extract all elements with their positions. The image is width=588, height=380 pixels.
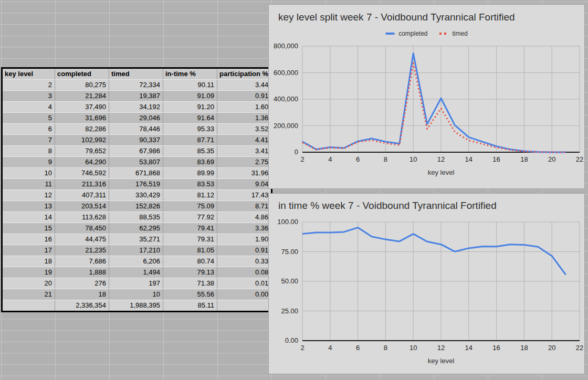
cell[interactable]: 81.05: [163, 245, 217, 256]
cell[interactable]: 6: [3, 124, 55, 135]
cell[interactable]: 3.44: [217, 80, 271, 91]
cell[interactable]: 9.04: [217, 179, 271, 190]
cell[interactable]: 18: [3, 256, 55, 267]
cell[interactable]: 89.99: [163, 168, 217, 179]
cell[interactable]: 3: [3, 91, 55, 102]
cell[interactable]: 85.35: [163, 146, 217, 157]
cell[interactable]: 0.33: [217, 256, 271, 267]
cell[interactable]: 152,826: [109, 201, 163, 212]
cell[interactable]: 671,868: [109, 168, 163, 179]
cell[interactable]: 29,046: [109, 113, 163, 124]
cell[interactable]: 3.41: [217, 146, 271, 157]
cell[interactable]: 85.11: [163, 300, 217, 311]
cell[interactable]: 81.12: [163, 190, 217, 201]
cell[interactable]: 746,592: [55, 168, 109, 179]
cell[interactable]: 67,986: [109, 146, 163, 157]
cell[interactable]: 31,696: [55, 113, 109, 124]
cell[interactable]: 3.36: [217, 223, 271, 234]
cell[interactable]: 19: [3, 267, 55, 278]
cell[interactable]: 0.00: [217, 289, 271, 300]
cell[interactable]: 0.01: [217, 278, 271, 289]
cell[interactable]: 37,490: [55, 102, 109, 113]
cell[interactable]: 79.41: [163, 223, 217, 234]
cell[interactable]: 62,295: [109, 223, 163, 234]
cell[interactable]: 1,988,395: [109, 300, 163, 311]
cell[interactable]: 8.71: [217, 201, 271, 212]
cell[interactable]: 102,992: [55, 135, 109, 146]
cell[interactable]: 19,387: [109, 91, 163, 102]
cell[interactable]: 8: [3, 146, 55, 157]
cell[interactable]: 2: [3, 80, 55, 91]
chart-panel-key-level-split[interactable]: key level split week 7 - Voidbound Tyran…: [268, 4, 585, 189]
cell[interactable]: 4.41: [217, 135, 271, 146]
cell[interactable]: 78,450: [55, 223, 109, 234]
header-cell[interactable]: completed: [55, 69, 109, 80]
chart-panel-in-time-pct[interactable]: in time % week 7 - Voidbound Tyrannical …: [268, 193, 585, 374]
cell[interactable]: 80,275: [55, 80, 109, 91]
cell[interactable]: 83.69: [163, 157, 217, 168]
cell[interactable]: 1.36: [217, 113, 271, 124]
cell[interactable]: 95.33: [163, 124, 217, 135]
cell[interactable]: 15: [3, 223, 55, 234]
cell[interactable]: 17: [3, 245, 55, 256]
cell[interactable]: 4: [3, 102, 55, 113]
cell[interactable]: 10: [3, 168, 55, 179]
cell[interactable]: 1,494: [109, 267, 163, 278]
cell[interactable]: 21: [3, 289, 55, 300]
cell[interactable]: 6,206: [109, 256, 163, 267]
cell[interactable]: 71.38: [163, 278, 217, 289]
cell[interactable]: 79.13: [163, 267, 217, 278]
cell[interactable]: 53,807: [109, 157, 163, 168]
cell[interactable]: 1.60: [217, 102, 271, 113]
cell[interactable]: 10: [109, 289, 163, 300]
cell[interactable]: 276: [55, 278, 109, 289]
cell[interactable]: 16: [3, 234, 55, 245]
cell[interactable]: 330,429: [109, 190, 163, 201]
cell[interactable]: 197: [109, 278, 163, 289]
cell[interactable]: 31.96: [217, 168, 271, 179]
cell[interactable]: 91.20: [163, 102, 217, 113]
cell[interactable]: 21,284: [55, 91, 109, 102]
cell[interactable]: 91.09: [163, 91, 217, 102]
cell[interactable]: 0.08: [217, 267, 271, 278]
cell[interactable]: 0.91: [217, 245, 271, 256]
cell[interactable]: 0.91: [217, 91, 271, 102]
cell[interactable]: 35,271: [109, 234, 163, 245]
cell[interactable]: 176,519: [109, 179, 163, 190]
cell[interactable]: 91.64: [163, 113, 217, 124]
header-cell[interactable]: key level: [3, 69, 55, 80]
cell[interactable]: 11: [3, 179, 55, 190]
cell[interactable]: 4.86: [217, 212, 271, 223]
cell[interactable]: 5: [3, 113, 55, 124]
header-cell[interactable]: participation %: [217, 69, 271, 80]
cell[interactable]: 90.11: [163, 80, 217, 91]
cell[interactable]: 3.52: [217, 124, 271, 135]
cell[interactable]: 211,316: [55, 179, 109, 190]
cell[interactable]: 44,475: [55, 234, 109, 245]
cell[interactable]: 79,652: [55, 146, 109, 157]
cell[interactable]: 21,235: [55, 245, 109, 256]
cell[interactable]: 1.90: [217, 234, 271, 245]
cell[interactable]: 17.43: [217, 190, 271, 201]
cell[interactable]: 18: [55, 289, 109, 300]
cell[interactable]: 14: [3, 212, 55, 223]
cell[interactable]: 34,192: [109, 102, 163, 113]
cell[interactable]: [3, 300, 55, 311]
cell[interactable]: 13: [3, 201, 55, 212]
cell[interactable]: 203,514: [55, 201, 109, 212]
cell[interactable]: 1,888: [55, 267, 109, 278]
cell[interactable]: 12: [3, 190, 55, 201]
cell[interactable]: 64,290: [55, 157, 109, 168]
cell[interactable]: 79.31: [163, 234, 217, 245]
cell[interactable]: 90,337: [109, 135, 163, 146]
cell[interactable]: 80.74: [163, 256, 217, 267]
header-cell[interactable]: timed: [109, 69, 163, 80]
cell[interactable]: 72,334: [109, 80, 163, 91]
cell[interactable]: 87.71: [163, 135, 217, 146]
cell[interactable]: 77.92: [163, 212, 217, 223]
cell[interactable]: 7: [3, 135, 55, 146]
cell[interactable]: 55.56: [163, 289, 217, 300]
cell[interactable]: 2,336,354: [55, 300, 109, 311]
cell[interactable]: 83.53: [163, 179, 217, 190]
cell[interactable]: 9: [3, 157, 55, 168]
